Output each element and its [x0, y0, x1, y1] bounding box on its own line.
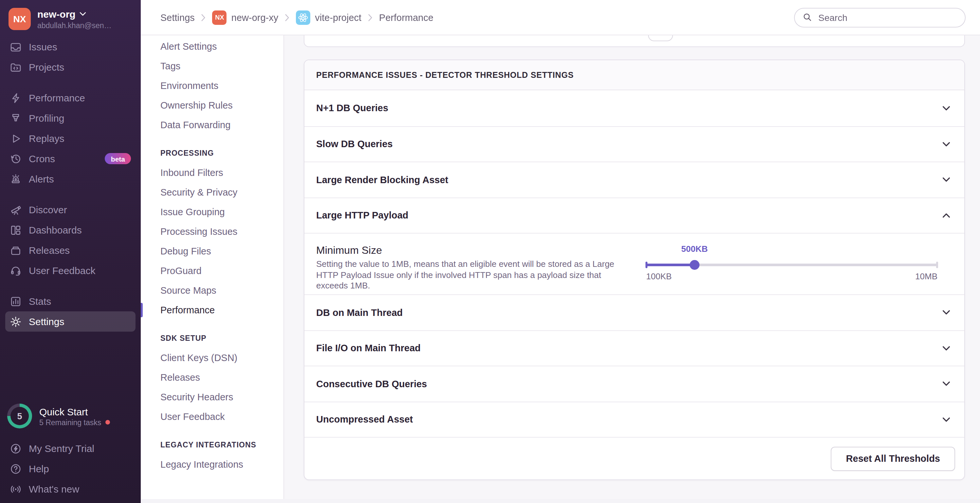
row-large-render-blocking-asset[interactable]: Large Render Blocking Asset: [304, 162, 964, 197]
sidebar-item-label: What's new: [29, 483, 79, 495]
sidebar-item-user-feedback[interactable]: User Feedback: [5, 260, 135, 281]
row-n-1-db-queries[interactable]: N+1 DB Queries: [304, 90, 964, 126]
settings-nav-item-client-keys-dsn[interactable]: Client Keys (DSN): [141, 348, 283, 368]
telescope-icon: [10, 204, 22, 216]
row-file-i-o-on-main-thread[interactable]: File I/O on Main Thread: [304, 330, 964, 366]
settings-nav-item-data-forwarding[interactable]: Data Forwarding: [141, 115, 283, 135]
settings-nav-item-legacy-integrations[interactable]: Legacy Integrations: [141, 455, 283, 474]
sidebar-item-projects[interactable]: Projects: [5, 57, 135, 77]
quick-start[interactable]: 5 Quick Start 5 Remaining tasks: [5, 403, 135, 428]
settings-nav-item-performance[interactable]: Performance: [141, 300, 283, 320]
sidebar-item-releases[interactable]: Releases: [5, 240, 135, 260]
row-db-on-main-thread[interactable]: DB on Main Thread: [304, 294, 964, 330]
breadcrumb-label: vite-project: [315, 12, 361, 22]
react-project-icon: [296, 10, 310, 25]
bottom-strip: [141, 499, 980, 503]
row-label: N+1 DB Queries: [316, 103, 388, 113]
clock-icon: [10, 153, 22, 165]
main-content: PERFORMANCE ISSUES - DETECTOR THRESHOLD …: [284, 35, 980, 503]
sidebar-item-label: Releases: [29, 244, 70, 256]
setting-description: Setting the value to 1MB, means that an …: [316, 259, 627, 291]
chevron-down-icon: [941, 308, 951, 317]
sidebar-item-dashboards[interactable]: Dashboards: [5, 220, 135, 240]
sidebar-item-performance[interactable]: Performance: [5, 88, 135, 108]
sidebar-item-what-s-new[interactable]: What's new: [5, 479, 135, 499]
sidebar-item-discover[interactable]: Discover: [5, 200, 135, 220]
lightning-icon: [10, 92, 22, 104]
settings-nav-item-issue-grouping[interactable]: Issue Grouping: [141, 202, 283, 222]
sidebar-item-label: My Sentry Trial: [29, 443, 94, 454]
slider-fill: [646, 263, 695, 266]
settings-nav-item-environments[interactable]: Environments: [141, 76, 283, 95]
previous-panel-fragment: [304, 35, 965, 47]
cutoff-button[interactable]: [648, 35, 673, 41]
sidebar-item-profiling[interactable]: Profiling: [5, 108, 135, 128]
settings-nav-item-tags[interactable]: Tags: [141, 56, 283, 76]
panel-header: PERFORMANCE ISSUES - DETECTOR THRESHOLD …: [304, 60, 964, 90]
settings-nav-item-inbound-filters[interactable]: Inbound Filters: [141, 163, 283, 182]
siren-icon: [10, 173, 22, 185]
profiling-icon: [10, 112, 22, 124]
search-input[interactable]: [817, 11, 957, 23]
settings-nav-item-releases[interactable]: Releases: [141, 368, 283, 387]
panel-footer: Reset All Thresholds: [304, 437, 964, 479]
panel-title: PERFORMANCE ISSUES - DETECTOR THRESHOLD …: [316, 70, 574, 79]
sidebar-item-label: Discover: [29, 204, 67, 215]
chevron-down-icon: [941, 103, 951, 113]
row-label: Large Render Blocking Asset: [316, 175, 448, 185]
breadcrumb-item-new-org-xy[interactable]: NXnew-org-xy: [212, 10, 278, 25]
quick-start-count: 5: [17, 411, 22, 421]
folder-icon: [10, 61, 22, 73]
sidebar-item-stats[interactable]: Stats: [5, 291, 135, 311]
row-large-http-payload[interactable]: Large HTTP Payload: [304, 197, 964, 233]
sidebar-item-label: Settings: [29, 316, 64, 327]
sidebar-item-help[interactable]: Help: [5, 459, 135, 479]
sidebar-item-my-sentry-trial[interactable]: My Sentry Trial: [5, 438, 135, 459]
reset-all-thresholds-button[interactable]: Reset All Thresholds: [831, 446, 955, 471]
settings-nav-item-user-feedback[interactable]: User Feedback: [141, 407, 283, 427]
right-column: SettingsNXnew-org-xyvite-projectPerforma…: [141, 0, 980, 503]
breadcrumb-item-settings[interactable]: Settings: [161, 12, 195, 22]
quick-start-subtitle: 5 Remaining tasks: [39, 418, 101, 426]
sidebar: NX new-org abdullah.khan@sen… IssuesProj…: [0, 0, 141, 503]
sidebar-item-label: Profiling: [29, 113, 64, 124]
slider-min-label: 100KB: [646, 271, 672, 281]
org-name: new-org: [37, 8, 76, 20]
search-box[interactable]: [794, 8, 966, 27]
settings-nav-item-alert-settings[interactable]: Alert Settings: [141, 36, 283, 56]
sidebar-menu: IssuesProjectsPerformanceProfilingReplay…: [0, 36, 141, 332]
row-slow-db-queries[interactable]: Slow DB Queries: [304, 126, 964, 162]
sidebar-item-label: Dashboards: [29, 224, 82, 235]
breadcrumb-item-vite-project[interactable]: vite-project: [296, 10, 361, 25]
sidebar-item-issues[interactable]: Issues: [5, 36, 135, 57]
chevron-down-icon: [941, 175, 951, 185]
row-uncompressed-asset[interactable]: Uncompressed Asset: [304, 401, 964, 437]
sidebar-item-settings[interactable]: Settings: [5, 311, 135, 332]
settings-nav-item-security-privacy[interactable]: Security & Privacy: [141, 182, 283, 202]
slider-thumb[interactable]: [690, 260, 700, 270]
threshold-slider[interactable]: 500KB 100KB 10MB: [646, 233, 937, 294]
settings-nav-item-proguard[interactable]: ProGuard: [141, 261, 283, 281]
quick-start-progress-ring: 5: [7, 403, 32, 428]
search-icon: [803, 13, 812, 22]
settings-nav-item-debug-files[interactable]: Debug Files: [141, 241, 283, 261]
sidebar-item-replays[interactable]: Replays: [5, 128, 135, 149]
sidebar-item-label: Stats: [29, 296, 51, 307]
row-label: Uncompressed Asset: [316, 414, 413, 425]
row-consecutive-db-queries[interactable]: Consecutive DB Queries: [304, 366, 964, 401]
sidebar-item-alerts[interactable]: Alerts: [5, 169, 135, 189]
settings-nav-item-security-headers[interactable]: Security Headers: [141, 387, 283, 407]
chevron-down-icon: [80, 12, 87, 16]
breadcrumb-separator-icon: [285, 13, 290, 21]
settings-nav-item-ownership-rules[interactable]: Ownership Rules: [141, 95, 283, 115]
breadcrumb-label: new-org-xy: [231, 12, 278, 22]
app-root: NX new-org abdullah.khan@sen… IssuesProj…: [0, 0, 980, 503]
settings-nav-item-source-maps[interactable]: Source Maps: [141, 281, 283, 300]
settings-nav-item-processing-issues[interactable]: Processing Issues: [141, 222, 283, 241]
inbox-icon: [10, 41, 22, 52]
row-label: Large HTTP Payload: [316, 210, 409, 221]
org-switcher[interactable]: NX new-org abdullah.khan@sen…: [0, 0, 141, 30]
sidebar-item-crons[interactable]: Cronsbeta: [5, 149, 135, 169]
slider-value-label: 500KB: [681, 244, 708, 254]
chevron-up-icon: [941, 211, 951, 221]
